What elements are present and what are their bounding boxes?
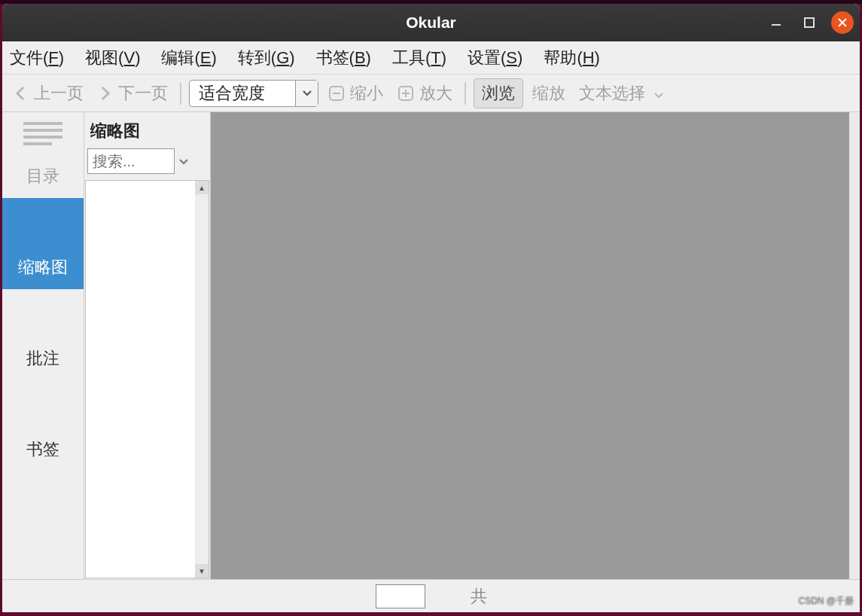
- next-page-label: 下一页: [118, 82, 168, 105]
- scroll-down-icon[interactable]: ▼: [195, 564, 209, 578]
- page-number-input[interactable]: [376, 584, 425, 608]
- chevron-down-icon: [654, 93, 663, 99]
- chevron-left-icon: [13, 85, 29, 102]
- sidebar-tab-contents[interactable]: 目录: [2, 112, 84, 198]
- menu-help[interactable]: 帮助(H): [544, 47, 600, 69]
- sidebar-tab-thumbnails[interactable]: 缩略图: [2, 198, 84, 289]
- sidebar-tab-bookmarks-label: 书签: [26, 438, 59, 461]
- close-button[interactable]: [831, 11, 854, 34]
- desktop-background: Okular 文件(F) 视图(V) 编辑(E) 转到(G) 书签(B) 工具(…: [0, 0, 862, 616]
- close-icon: [836, 17, 848, 29]
- next-page-button[interactable]: 下一页: [93, 81, 172, 106]
- menu-goto[interactable]: 转到(G): [238, 47, 295, 69]
- menu-edit[interactable]: 编辑(E): [161, 47, 216, 69]
- thumbnail-list: ▲ ▼: [85, 180, 209, 578]
- zoom-in-icon: [397, 84, 415, 102]
- window-controls: [765, 4, 854, 41]
- text-select-tool-label: 文本选择: [579, 82, 645, 105]
- menu-file[interactable]: 文件(F): [10, 47, 64, 69]
- svg-line-3: [839, 19, 846, 26]
- toolbar-separator: [180, 82, 181, 105]
- thumbnail-scrollbar[interactable]: ▲ ▼: [195, 181, 209, 578]
- text-select-tool-button[interactable]: 文本选择: [574, 81, 650, 106]
- browse-tool-label: 浏览: [482, 82, 515, 105]
- toolbar: 上一页 下一页 适合宽度 缩小 放大 浏: [2, 75, 860, 112]
- chevron-down-icon: [303, 90, 312, 96]
- sidebar-tabs: 目录 缩略图 批注 书签: [2, 112, 84, 579]
- sidebar-tab-thumbnails-label: 缩略图: [18, 256, 68, 279]
- menu-bookmarks[interactable]: 书签(B): [316, 47, 371, 69]
- menu-tools[interactable]: 工具(T): [392, 47, 446, 69]
- sidebar-tab-bookmarks[interactable]: 书签: [2, 380, 84, 471]
- titlebar: Okular: [2, 4, 860, 41]
- document-vscrollbar[interactable]: [849, 112, 860, 579]
- thumbnail-search-input[interactable]: [87, 148, 175, 174]
- maximize-button[interactable]: [798, 11, 821, 34]
- zoom-out-label: 缩小: [350, 82, 383, 105]
- sidebar-tab-annotations-label: 批注: [26, 347, 59, 370]
- watermark: CSDN @千册: [798, 595, 854, 608]
- zoom-out-icon: [327, 84, 346, 102]
- menubar: 文件(F) 视图(V) 编辑(E) 转到(G) 书签(B) 工具(T) 设置(S…: [2, 41, 860, 75]
- zoom-select-arrow[interactable]: [295, 81, 318, 106]
- prev-page-button[interactable]: 上一页: [8, 81, 88, 106]
- browse-tool-button[interactable]: 浏览: [474, 78, 523, 108]
- thumbnail-list-body[interactable]: [86, 181, 195, 578]
- page-total-label: 共: [471, 585, 487, 608]
- svg-line-2: [839, 19, 846, 26]
- menu-settings[interactable]: 设置(S): [468, 47, 522, 69]
- contents-icon: [19, 117, 67, 151]
- svg-rect-1: [805, 18, 814, 27]
- side-panel: 缩略图 ▲ ▼: [84, 112, 211, 579]
- zoom-in-label: 放大: [419, 82, 452, 105]
- zoom-select-value: 适合宽度: [190, 82, 295, 105]
- sidebar-tab-contents-label: 目录: [26, 165, 59, 188]
- side-panel-title: 缩略图: [84, 112, 210, 148]
- zoom-tool-label: 缩放: [532, 82, 565, 105]
- statusbar: 共 CSDN @千册: [2, 579, 860, 612]
- chevron-down-icon: [179, 159, 188, 165]
- minimize-icon: [769, 16, 783, 29]
- svg-rect-6: [399, 87, 413, 100]
- main-area: 目录 缩略图 批注 书签 缩略图: [2, 112, 860, 579]
- document-view[interactable]: [211, 112, 860, 579]
- text-select-dropdown[interactable]: [654, 84, 668, 103]
- chevron-right-icon: [97, 85, 114, 102]
- zoom-out-button[interactable]: 缩小: [323, 81, 388, 106]
- thumbnail-search-row: [84, 148, 210, 180]
- menu-view[interactable]: 视图(V): [85, 47, 140, 69]
- thumbnail-search-menu[interactable]: [179, 154, 188, 168]
- prev-page-label: 上一页: [34, 82, 84, 105]
- window-title: Okular: [406, 14, 456, 32]
- okular-window: Okular 文件(F) 视图(V) 编辑(E) 转到(G) 书签(B) 工具(…: [2, 4, 860, 612]
- sidebar-tab-annotations[interactable]: 批注: [2, 289, 84, 380]
- zoom-tool-button[interactable]: 缩放: [528, 81, 570, 106]
- svg-rect-4: [330, 87, 343, 100]
- toolbar-separator-2: [465, 82, 466, 105]
- zoom-in-button[interactable]: 放大: [392, 81, 457, 106]
- minimize-button[interactable]: [765, 11, 787, 34]
- maximize-icon: [803, 17, 815, 29]
- scroll-up-icon[interactable]: ▲: [195, 181, 209, 194]
- zoom-select[interactable]: 适合宽度: [189, 80, 318, 107]
